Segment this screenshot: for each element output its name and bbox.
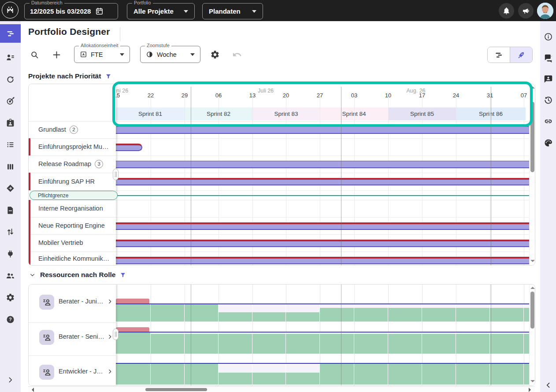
sidebar-item-document[interactable] <box>0 201 21 219</box>
resource-row-label[interactable]: Berater - Juni… <box>59 298 104 305</box>
project-bar[interactable] <box>116 161 529 168</box>
vertical-scrollbar-thumb[interactable] <box>530 292 534 329</box>
allocation-area <box>456 308 489 322</box>
project-name: Einführungsprojekt Mu… <box>38 138 109 155</box>
refresh-icon <box>6 75 15 84</box>
project-bar[interactable] <box>116 178 529 185</box>
project-row-label[interactable]: Grundlast2 <box>38 121 78 138</box>
column-resize-handle[interactable] <box>113 329 119 340</box>
portfolio-select[interactable]: Portfolio Alle Projekte <box>127 3 195 19</box>
project-row-label[interactable]: Einheitliche Kommunik… <box>38 251 109 266</box>
sidebar-item-sort-arrows[interactable] <box>0 223 21 240</box>
sidebar-item-help[interactable]: ? <box>0 311 21 328</box>
scroll-up-arrow[interactable] <box>530 287 535 289</box>
zoom-level-select[interactable]: Zoomstufe Woche <box>140 46 200 63</box>
project-bar[interactable] <box>116 222 529 230</box>
project-bar[interactable] <box>116 144 142 151</box>
horizontal-scrollbar-thumb[interactable] <box>145 388 207 391</box>
right-panel-item-link[interactable] <box>540 112 556 130</box>
filter-icon[interactable] <box>120 272 126 278</box>
vertical-scrollbar-thumb[interactable] <box>530 102 534 172</box>
sidebar-item-refresh[interactable] <box>0 70 21 88</box>
project-bar[interactable] <box>116 257 529 264</box>
scroll-up-arrow[interactable] <box>530 86 535 89</box>
mandatory-boundary-pill[interactable]: Pflichtgrenze <box>30 191 118 200</box>
chevron-down-icon <box>184 10 188 15</box>
sidebar-item-team[interactable] <box>0 266 21 284</box>
expand-row-button[interactable] <box>107 333 113 341</box>
allocation-area <box>320 334 354 354</box>
row-separator <box>29 355 116 356</box>
svg-text:A: A <box>82 52 85 56</box>
data-mode-select[interactable]: Plandaten <box>202 3 263 19</box>
column-resize-handle[interactable] <box>113 169 119 180</box>
priority-flag <box>29 173 30 190</box>
sidebar-item-milestone-send[interactable] <box>0 179 21 197</box>
chevron-down-icon[interactable] <box>29 272 36 278</box>
scroll-right-arrow[interactable] <box>529 388 533 392</box>
sigma-people-icon: Σ <box>42 297 52 307</box>
under-allocation-area <box>252 364 285 373</box>
count-badge: 2 <box>70 126 78 134</box>
count-badge: 3 <box>95 160 103 168</box>
portfolio-designer-app: Datumsbereich 12/2025 bis 03/2028 Portfo… <box>0 0 556 392</box>
vertical-scrollbar[interactable] <box>529 84 535 266</box>
settings-button[interactable] <box>210 49 220 60</box>
date-range-picker[interactable]: Datumsbereich 12/2025 bis 03/2028 <box>24 3 118 19</box>
resource-row-label[interactable]: Berater - Seni… <box>59 333 104 340</box>
app-logo[interactable] <box>2 2 19 18</box>
scroll-left-arrow[interactable] <box>30 388 34 392</box>
filter-icon[interactable] <box>105 73 111 80</box>
right-panel-item-comments[interactable] <box>540 49 556 67</box>
sidebar-item-badge-id[interactable] <box>0 114 21 131</box>
comments-icon <box>544 53 553 63</box>
sidebar-item-list-bullets[interactable] <box>0 136 21 153</box>
right-panel-item-contact-feedback[interactable] <box>540 70 556 88</box>
rocket-view-toggle-button[interactable] <box>510 47 532 63</box>
right-panel-item-history[interactable] <box>540 91 556 109</box>
sidebar-expand-button[interactable] <box>0 371 21 388</box>
right-panel-item-palette[interactable] <box>540 134 556 152</box>
allocation-unit-select[interactable]: Allokationseinheit A FTE <box>74 46 130 63</box>
right-panel-item-info[interactable] <box>540 28 556 45</box>
project-name: Interne Reorganisation <box>38 200 103 217</box>
project-row-label[interactable]: Interne Reorganisation <box>38 200 103 217</box>
palette-icon <box>544 138 553 148</box>
announcements-button[interactable] <box>518 3 534 18</box>
project-row-label[interactable]: Release Roadmap3 <box>38 155 103 173</box>
sidebar-item-plug[interactable] <box>0 245 21 263</box>
sidebar-item-gear[interactable] <box>0 288 21 306</box>
bell-icon <box>502 7 511 15</box>
search-button[interactable] <box>29 49 40 60</box>
project-name: Mobiler Vertrieb <box>38 234 83 251</box>
project-row-label[interactable]: Einführung SAP HR <box>38 173 95 190</box>
add-button[interactable] <box>51 49 62 60</box>
under-allocation-area <box>286 364 319 373</box>
vertical-scrollbar[interactable] <box>529 285 535 386</box>
list-view-toggle-button[interactable] <box>488 47 510 63</box>
horizontal-scrollbar[interactable] <box>28 386 534 392</box>
project-bar[interactable] <box>116 240 529 247</box>
sidebar-item-person-assignments[interactable] <box>0 48 21 66</box>
expand-row-button[interactable] <box>107 368 113 376</box>
project-row-label[interactable]: Einführungsprojekt Mu… <box>38 138 109 155</box>
svg-text:?: ? <box>9 317 11 322</box>
user-avatar[interactable] <box>537 3 553 19</box>
undo-button[interactable] <box>232 49 242 60</box>
page-title: Portfolio Designer <box>28 26 110 37</box>
resource-row-label[interactable]: Entwickler - J… <box>59 368 104 375</box>
allocation-area <box>219 312 252 322</box>
scroll-down-arrow[interactable] <box>530 380 535 382</box>
scroll-down-arrow[interactable] <box>530 260 535 262</box>
expand-row-button[interactable] <box>107 298 113 306</box>
zoom-level-value: Woche <box>157 51 177 58</box>
week-label: 17 <box>419 92 425 99</box>
project-row-label[interactable]: Mobiler Vertrieb <box>38 234 83 251</box>
project-row-label[interactable]: Neue Reporting Engine <box>38 217 105 234</box>
sidebar-item-column-bars[interactable] <box>0 158 21 175</box>
project-bar[interactable] <box>116 126 529 134</box>
right-panel-collapse-button[interactable] <box>540 376 556 392</box>
notifications-button[interactable] <box>499 3 514 18</box>
sidebar-item-gantt-flow[interactable] <box>0 24 21 43</box>
sidebar-item-goal-target[interactable] <box>0 92 21 110</box>
